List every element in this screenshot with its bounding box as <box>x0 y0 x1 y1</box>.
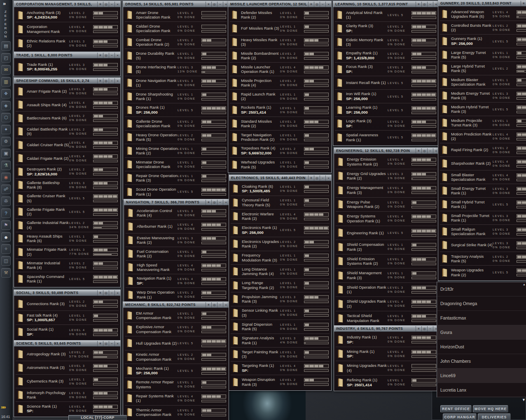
skill-row[interactable]: Large Energy Turret Rank (5)LEVEL 10% DO… <box>440 48 526 62</box>
skill-row[interactable]: Standard Missiles Rank (2)LEVEL 30% DONE <box>230 117 330 131</box>
pin-icon[interactable]: ✳ <box>308 2 314 7</box>
skill-row[interactable]: Drone Navigation Rank (1)LEVEL 30% DONE <box>125 76 227 90</box>
pin-icon[interactable]: ✳ <box>308 175 314 181</box>
skill-row[interactable]: Shield Operation Rank (1)LEVEL 30% DONE <box>336 283 437 297</box>
chat-tab-local-corp[interactable]: LOCAL [77]-CORP <box>68 415 127 420</box>
pin-icon[interactable]: ✳ <box>416 2 421 7</box>
skill-row[interactable]: Engineering Rank (1)LEVEL 5 <box>336 226 437 240</box>
skill-row[interactable]: Target Navigation Prediction Rank (2)LEV… <box>230 131 330 144</box>
opacity-icon[interactable]: ◎ <box>211 200 217 205</box>
skill-row[interactable]: Sharpshooter Rank (2)LEVEL 40% DONE <box>440 157 526 170</box>
member-row[interactable]: Lucretia Lanx <box>437 383 526 397</box>
skill-row[interactable]: Repair Drone Operation Rank (3)LEVEL 10%… <box>125 171 227 185</box>
skill-row[interactable]: Caldari Drone Specialization RankLEVEL 0… <box>125 22 227 35</box>
opacity-icon[interactable]: ◎ <box>103 341 109 346</box>
skill-row[interactable]: Small Energy Turret Rank (1)LEVEL 30% DO… <box>440 184 526 198</box>
pin-icon[interactable]: ✳ <box>521 1 526 6</box>
pin-icon[interactable]: ✳ <box>97 2 103 7</box>
window-titlebar[interactable]: SCIENCE, 5 SKILLS, 93,645 POINTS✳◎−× <box>14 341 120 347</box>
corp-hangar-button[interactable]: CORP HANGAR <box>443 413 477 420</box>
skill-row[interactable]: Empathy Rank (1)SP: 1,415/8,000LEVEL 20%… <box>335 49 437 63</box>
neocom-icon-5[interactable]: ❖ <box>1 89 11 98</box>
rent-office-button[interactable]: RENT OFFICE <box>440 405 472 413</box>
close-icon[interactable]: × <box>115 290 120 296</box>
member-row[interactable]: Dr1ft3r <box>437 282 526 296</box>
pin-icon[interactable]: ✳ <box>97 290 103 296</box>
skill-row[interactable]: Thermic Armor Compensation RankLEVEL 20%… <box>125 406 227 420</box>
close-icon[interactable]: × <box>115 341 120 346</box>
skill-row[interactable]: Combat Drone Operation Rank (2)LEVEL 20%… <box>125 35 227 49</box>
skill-row[interactable]: Missile Launcher Operation Rank (1)LEVEL… <box>230 63 330 76</box>
neocom-icon-1[interactable]: ▤ <box>1 41 11 51</box>
skill-row[interactable]: Cybernetics Rank (3)LEVEL 10% DONE <box>16 375 119 388</box>
minimize-icon[interactable]: − <box>109 341 115 346</box>
close-icon[interactable]: × <box>223 200 229 205</box>
skill-row[interactable]: Remote Armor Repair SystemsLEVEL 10% DON… <box>125 378 227 392</box>
skill-row[interactable]: Caldari Frigate Rank (2)LEVEL 40% DONE <box>16 152 119 166</box>
skill-row[interactable]: Energy Emission Systems Rank (2)LEVEL 40… <box>336 155 437 169</box>
skill-row[interactable]: Minmatar Industrial Rank (4)LEVEL 20% DO… <box>16 259 119 273</box>
scroll-down-icon[interactable]: ▼ <box>522 398 526 402</box>
skill-row[interactable]: Eidetic Memory Rank (3)LEVEL 30% DONE <box>335 35 437 49</box>
skill-row[interactable]: Hull Upgrades Rank (2)LEVEL 5 <box>125 336 227 350</box>
skill-row[interactable]: Missile Bombardment Rank (2)LEVEL 20% DO… <box>230 49 330 63</box>
skill-row[interactable]: Heavy Missiles Rank (3)LEVEL 30% DONE <box>230 35 330 49</box>
close-icon[interactable]: × <box>115 53 120 58</box>
window-titlebar[interactable]: TRADE, 1 SKILL, 8,000 POINTS✳◎−× <box>14 52 120 58</box>
skill-row[interactable]: Logic Rank (3)SP:LEVEL 30% DONE <box>335 117 437 131</box>
skill-row[interactable]: Assault Ships Rank (4)LEVEL 40% DONE <box>16 98 119 112</box>
pin-icon[interactable]: ✳ <box>416 148 421 154</box>
opacity-icon[interactable]: ◎ <box>421 326 427 331</box>
skill-row[interactable]: High Speed Maneuvering RankLEVEL 40% DON… <box>126 261 227 274</box>
skill-row[interactable]: EM Armor Compensation RankLEVEL 10% DONE <box>125 309 227 323</box>
neocom-expand-icon[interactable]: » <box>3 0 6 7</box>
window-titlebar[interactable]: ELECTRONICS, 15 SKILLS, 440,443 POIN✳◎−× <box>229 175 331 181</box>
skill-row[interactable]: Ethnic Relations Rank (2)LEVEL 30% DONE <box>16 36 119 50</box>
opacity-icon[interactable]: ◎ <box>314 175 320 181</box>
opacity-icon[interactable]: ◎ <box>421 148 427 154</box>
skill-row[interactable]: Electronics Upgrades Rank (2)LEVEL 20% D… <box>231 237 330 251</box>
skill-row[interactable]: Gallente Frigate Rank (2)LEVEL 5 <box>16 205 119 219</box>
skill-row[interactable]: Controlled Bursts Rank (2)LEVEL 20% DONE <box>440 21 526 35</box>
skill-row[interactable]: Targeting Rank (1)SP:LEVEL 40% DONE <box>231 362 330 376</box>
minimize-icon[interactable]: − <box>109 290 115 296</box>
pin-icon[interactable]: ✳ <box>97 53 103 58</box>
window-titlebar[interactable]: NAVIGATION, 7 SKILLS, 366,700 POINTS✳◎−× <box>124 199 229 205</box>
skill-row[interactable]: Energy Management Rank (3)LEVEL 40% DONE <box>336 183 437 198</box>
skill-row[interactable]: Caldari Cruiser Rank (5)LEVEL 40% DONE <box>16 138 119 152</box>
skill-row[interactable]: Small Projectile Turret Rank (1)LEVEL 30… <box>440 211 526 225</box>
skill-row[interactable]: Large Hybrid Turret Rank (5)LEVEL 2 <box>440 62 526 75</box>
skill-row[interactable]: Energy Systems Operation Rank (1)LEVEL 4… <box>336 212 437 226</box>
skill-row[interactable]: Defender Missiles Rank (2)LEVEL 10% DONE <box>230 8 330 22</box>
skill-row[interactable]: Torpedoes Rank (4)SP: 5,669/32,000LEVEL … <box>230 144 330 158</box>
window-titlebar[interactable]: INDUSTRY, 4 SKILLS, 90,767 POINTS✳◎−× <box>334 326 439 332</box>
skill-row[interactable]: Rapid Launch Rank (2)LEVEL 10% DONE <box>230 90 330 103</box>
skill-row[interactable]: Electronic Warfare Rank (2)LEVEL 40% DON… <box>231 210 330 224</box>
opacity-icon[interactable]: ◎ <box>211 2 217 7</box>
skill-row[interactable]: Sensor Linking Rank (3)LEVEL 10% DONE <box>231 306 330 320</box>
skill-row[interactable]: Propulsion Jamming Rank (3)LEVEL 30% DON… <box>231 292 330 306</box>
member-row[interactable]: HorizonDust <box>437 340 526 354</box>
window-titlebar[interactable]: DRONES, 14 SKILLS, 605,981 POINTS✳◎−× <box>123 1 229 7</box>
skill-row[interactable]: Drone Interfacing Rank (5)LEVEL 313% DON… <box>125 63 227 76</box>
neocom-icon-19[interactable]: ◫ <box>1 256 11 266</box>
skill-row[interactable]: Gunnery Rank (1)SP: 256,000LEVEL 5 <box>440 35 526 48</box>
skill-row[interactable]: Industry Rank (1)SP:LEVEL 40% DONE <box>336 333 437 347</box>
skill-row[interactable]: Shield Management Rank (3)LEVEL 10% DONE <box>336 268 437 283</box>
skill-row[interactable]: Motion Prediction Rank (2)LEVEL 40% DONE <box>440 130 526 143</box>
skill-row[interactable]: Weapon Upgrades Rank (2)LEVEL 5 <box>440 266 526 279</box>
neocom-icon-20[interactable]: ⚒ <box>1 268 11 278</box>
skill-row[interactable]: FoF Missiles Rank (3)LEVEL 10% DONE <box>230 22 330 35</box>
skill-row[interactable]: Gallente Cruiser Rank (5)LEVEL 5 <box>16 192 119 205</box>
member-row[interactable]: Lince69 <box>437 369 526 383</box>
skill-row[interactable]: Warp Drive Operation Rank (1)LEVEL 20% D… <box>126 288 227 301</box>
skill-row[interactable]: Infomorph Psychology RankLEVEL 30% DONE <box>16 388 119 402</box>
skill-row[interactable]: Mining Drone Operation Rank (2)LEVEL 10%… <box>125 144 227 158</box>
neocom-icon-17[interactable]: ☻ <box>1 232 11 242</box>
close-icon[interactable]: × <box>325 175 331 181</box>
pin-icon[interactable]: ✳ <box>97 78 103 84</box>
skill-row[interactable]: Learning Rank (1)SP: 256,000LEVEL 5 <box>335 103 437 117</box>
skill-row[interactable]: Missile Projection Rank (4)LEVEL 20% DON… <box>230 76 330 90</box>
minimize-icon[interactable]: − <box>109 53 115 58</box>
skill-row[interactable]: Long Distance Jamming Rank (4)LEVEL 10% … <box>231 265 330 279</box>
